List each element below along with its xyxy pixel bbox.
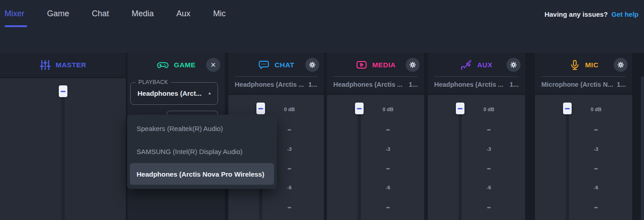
mic-body: 0 dB -3 -6 [535, 95, 632, 220]
header-divider [333, 76, 418, 77]
scale-minus3: -3 [477, 146, 501, 152]
aux-device-row[interactable]: Headphones (Arctis ... 1... [434, 81, 519, 88]
gear-icon [510, 61, 517, 69]
playback-select-legend: PLAYBACK [136, 79, 171, 85]
chevron-up-icon: ▲ [208, 91, 212, 95]
fader-handle-mark [357, 108, 362, 109]
playback-option-speakers[interactable]: Speakers (Realtek(R) Audio) [127, 117, 277, 140]
fader-handle-mark [458, 108, 463, 109]
aux-fader-track[interactable] [459, 114, 462, 220]
chat-settings-button[interactable] [305, 58, 319, 72]
scale-minus3: -3 [584, 146, 608, 152]
master-body [0, 78, 126, 220]
media-device-name: Headphones (Arctis ... [333, 81, 402, 88]
master-fader-handle[interactable] [59, 85, 67, 97]
scale-dash [594, 168, 598, 169]
get-help-link[interactable]: Get help [611, 10, 639, 18]
gamepad-icon [156, 59, 169, 71]
aux-fader-handle[interactable] [456, 103, 464, 114]
header-divider [235, 76, 317, 77]
media-fader-track[interactable] [358, 114, 361, 220]
chat-device-name: Headphones (Arctis ... [235, 81, 304, 88]
tab-aux[interactable]: Aux [176, 9, 190, 19]
aux-device-name: Headphones (Arctis ... [434, 81, 503, 88]
aux-cable-icon [460, 59, 473, 71]
scale-0db: 0 dB [584, 107, 608, 112]
help-area: Having any issues? Get help [545, 10, 639, 18]
master-fader-track[interactable] [62, 97, 65, 220]
scale-dash [288, 207, 291, 208]
mic-title: MIC [585, 61, 599, 69]
channel-mic: MIC [535, 53, 632, 220]
scale-dash [386, 129, 390, 131]
scale-minus3: -3 [278, 146, 301, 152]
mic-fader-handle[interactable] [563, 103, 572, 114]
tab-game[interactable]: Game [47, 9, 69, 19]
master-title-row: MASTER [0, 53, 126, 77]
chat-title: CHAT [275, 61, 294, 69]
playback-options-panel: Speakers (Realtek(R) Audio) SAMSUNG (Int… [127, 115, 277, 189]
media-header: MEDIA [327, 53, 424, 94]
playback-option-headphones[interactable]: Headphones (Arctis Nova Pro Wireless) [130, 163, 274, 185]
chat-device-extra: 1... [308, 81, 317, 88]
media-device-row[interactable]: Headphones (Arctis ... 1... [333, 81, 418, 88]
scale-dash [487, 168, 491, 169]
top-nav: Mixer Game Chat Media Aux Mic Having any… [0, 0, 644, 28]
aux-settings-button[interactable] [507, 58, 521, 72]
fader-handle-mark [258, 108, 263, 109]
chat-device-row[interactable]: Headphones (Arctis ... 1... [235, 81, 317, 88]
fader-handle-mark [61, 91, 66, 92]
adjacent-panel-edge [641, 77, 644, 220]
scale-dash [288, 168, 291, 169]
issues-prompt: Having any issues? [545, 10, 608, 18]
game-header: GAME [128, 53, 225, 77]
aux-body: 0 dB -3 -6 [428, 95, 525, 220]
scale-dash [386, 207, 390, 208]
microphone-icon [569, 59, 581, 71]
master-header: MASTER [0, 53, 126, 77]
mic-settings-button[interactable] [614, 58, 628, 72]
media-fader-handle[interactable] [355, 103, 364, 114]
scale-0db: 0 dB [477, 107, 501, 112]
media-settings-button[interactable] [406, 58, 420, 72]
tab-mixer[interactable]: Mixer [5, 9, 24, 19]
playback-option-samsung[interactable]: SAMSUNG (Intel(R) Display Audio) [127, 140, 277, 163]
tab-mic[interactable]: Mic [213, 9, 226, 19]
nav-tabs: Mixer Game Chat Media Aux Mic [5, 9, 226, 19]
gear-icon [617, 61, 625, 69]
mic-header: MIC [535, 53, 632, 94]
scale-minus6: -6 [477, 185, 501, 190]
game-title: GAME [174, 61, 195, 69]
scale-minus6: -6 [376, 185, 400, 190]
fader-handle-mark [565, 108, 570, 109]
aux-device-extra: 1... [510, 81, 519, 88]
tab-media[interactable]: Media [132, 9, 154, 19]
scale-dash [288, 129, 291, 131]
scale-minus3: -3 [376, 146, 400, 152]
close-edit-button[interactable] [206, 58, 220, 72]
mixer-faders-icon [39, 59, 51, 71]
mic-fader-track[interactable] [566, 114, 569, 220]
gear-icon [308, 61, 316, 69]
media-title: MEDIA [372, 61, 396, 69]
tab-chat[interactable]: Chat [92, 9, 109, 19]
scale-0db: 0 dB [376, 107, 400, 112]
header-divider [434, 76, 519, 77]
chat-fader-handle[interactable] [256, 103, 265, 114]
scale-dash [594, 207, 598, 208]
close-icon [210, 61, 217, 68]
media-device-extra: 1... [409, 81, 418, 88]
media-play-icon [355, 59, 368, 71]
playback-select-value: Headphones (Arct... [137, 89, 202, 97]
header-divider [541, 76, 626, 77]
mic-device-row[interactable]: Microphone (Arctis N... 1... [541, 81, 626, 88]
scale-dash [386, 168, 390, 169]
scale-minus6: -6 [584, 185, 608, 190]
media-body: 0 dB -3 -6 [327, 95, 424, 220]
scale-dash [487, 129, 491, 131]
channel-master: MASTER [0, 53, 126, 220]
scale-0db: 0 dB [278, 107, 301, 112]
playback-select[interactable]: PLAYBACK Headphones (Arct... ▲ [130, 82, 218, 105]
mic-device-name: Microphone (Arctis N... [541, 81, 613, 88]
chat-bubble-icon [258, 59, 270, 71]
